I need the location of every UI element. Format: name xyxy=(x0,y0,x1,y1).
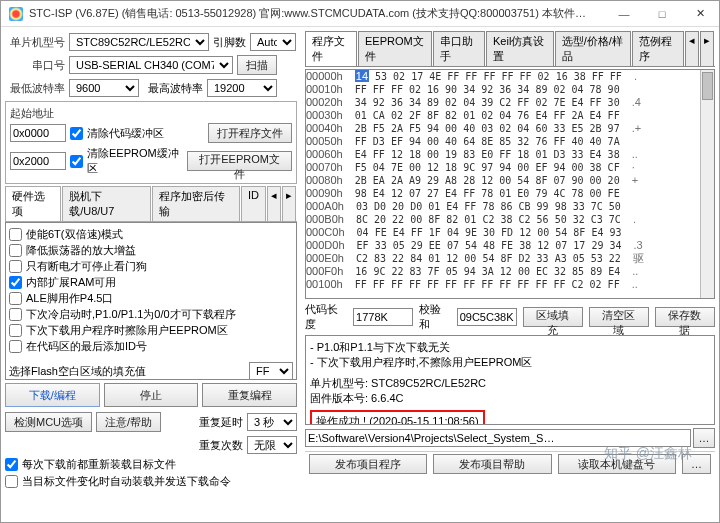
auto-send-checkbox[interactable]: 当目标文件变化时自动装载并发送下载命令 xyxy=(5,474,297,489)
save-data-button[interactable]: 保存数据 xyxy=(655,307,715,327)
path-input[interactable] xyxy=(305,429,691,447)
port-label: 串口号 xyxy=(5,58,65,73)
tabs-scroll-left[interactable]: ◂ xyxy=(267,186,281,221)
stop-button[interactable]: 停止 xyxy=(104,383,199,407)
hex-scrollbar[interactable] xyxy=(700,70,714,298)
fill-area-button[interactable]: 区域填充 xyxy=(523,307,583,327)
hw-options-tabs: 硬件选项 脱机下载/U8/U7 程序加密后传输 ID ◂ ▸ xyxy=(5,186,297,222)
tab-hw-options[interactable]: 硬件选项 xyxy=(5,186,61,221)
minimize-button[interactable]: — xyxy=(605,1,643,27)
tab-examples[interactable]: 范例程序 xyxy=(632,31,684,66)
clear-eeprom-checkbox[interactable]: 清除EEPROM缓冲区 xyxy=(70,146,183,176)
opt-xram[interactable]: 内部扩展RAM可用 xyxy=(9,275,293,290)
baud-hi-label: 最高波特率 xyxy=(143,81,203,96)
start-addr-group: 起始地址 清除代码缓冲区 打开程序文件 清除EEPROM缓冲区 打开EEPROM… xyxy=(5,101,297,184)
tab-uart[interactable]: 串口助手 xyxy=(433,31,485,66)
log-line-1: - P1.0和P1.1与下次下载无关 xyxy=(310,340,710,355)
tabs-scroll-right[interactable]: ▸ xyxy=(282,186,296,221)
publish-help-button[interactable]: 发布项目帮助 xyxy=(433,454,551,474)
log-line-4: 固件版本号: 6.6.4C xyxy=(310,391,710,406)
tab-scroll-left[interactable]: ◂ xyxy=(685,31,699,66)
open-code-button[interactable]: 打开程序文件 xyxy=(208,123,292,143)
count-label: 重复次数 xyxy=(199,438,243,453)
detect-mcu-button[interactable]: 检测MCU选项 xyxy=(5,412,92,432)
auto-reload-checkbox[interactable]: 每次下载前都重新装载目标文件 xyxy=(5,457,297,472)
hw-options-list: 使能6T(双倍速)模式 降低振荡器的放大增益 只有断电才可停止看门狗 内部扩展R… xyxy=(5,222,297,380)
tab-eeprom-file[interactable]: EEPROM文件 xyxy=(358,31,432,66)
opt-wdt[interactable]: 只有断电才可停止看门狗 xyxy=(9,259,293,274)
opt-ale[interactable]: ALE脚用作P4.5口 xyxy=(9,291,293,306)
tab-keil[interactable]: Keil仿真设置 xyxy=(486,31,554,66)
clear-area-button[interactable]: 清空区域 xyxy=(589,307,649,327)
opt-cold-boot[interactable]: 下次冷启动时,P1.0/P1.1为0/0才可下载程序 xyxy=(9,307,293,322)
window-title: STC-ISP (V6.87E) (销售电话: 0513-55012928) 官… xyxy=(29,6,605,21)
reprogram-button[interactable]: 重复编程 xyxy=(202,383,297,407)
opt-append-id[interactable]: 在代码区的最后添加ID号 xyxy=(9,339,293,354)
delay-select[interactable]: 3 秒 xyxy=(247,413,297,431)
log-output: - P1.0和P1.1与下次下载无关 - 下次下载用户程序时,不擦除用户EEPR… xyxy=(305,335,715,425)
more-button[interactable]: … xyxy=(682,454,711,474)
opt-6t[interactable]: 使能6T(双倍速)模式 xyxy=(9,227,293,242)
app-icon xyxy=(9,7,23,21)
baud-lo-label: 最低波特率 xyxy=(5,81,65,96)
close-button[interactable]: ✕ xyxy=(681,1,719,27)
eeprom-addr-input[interactable] xyxy=(10,152,66,170)
opt-gain[interactable]: 降低振荡器的放大增益 xyxy=(9,243,293,258)
right-panel: 程序文件 EEPROM文件 串口助手 Keil仿真设置 选型/价格/样品 范例程… xyxy=(301,27,719,522)
maximize-button[interactable]: □ xyxy=(643,1,681,27)
read-kbd-button[interactable]: 读取本机键盘号 xyxy=(558,454,676,474)
path-browse-button[interactable]: … xyxy=(693,428,715,448)
code-len-value[interactable] xyxy=(353,308,413,326)
checksum-label: 校验和 xyxy=(419,302,451,332)
clear-code-checkbox[interactable]: 清除代码缓冲区 xyxy=(70,126,164,141)
publish-prog-button[interactable]: 发布项目程序 xyxy=(309,454,427,474)
tab-program-file[interactable]: 程序文件 xyxy=(305,31,357,66)
mcu-select[interactable]: STC89C52RC/LE52RC xyxy=(69,33,209,51)
checksum-value[interactable] xyxy=(457,308,517,326)
tab-id[interactable]: ID xyxy=(241,186,266,221)
main-tabs: 程序文件 EEPROM文件 串口助手 Keil仿真设置 选型/价格/样品 范例程… xyxy=(305,31,715,67)
tab-offline-dl[interactable]: 脱机下载/U8/U7 xyxy=(62,186,151,221)
tab-encrypt[interactable]: 程序加密后传输 xyxy=(152,186,240,221)
count-select[interactable]: 无限 xyxy=(247,436,297,454)
download-button[interactable]: 下载/编程 xyxy=(5,383,100,407)
tab-scroll-right[interactable]: ▸ xyxy=(700,31,714,66)
log-line-2: - 下次下载用户程序时,不擦除用户EEPROM区 xyxy=(310,355,710,370)
help-button[interactable]: 注意/帮助 xyxy=(96,412,161,432)
bottom-bar: 发布项目程序 发布项目帮助 读取本机键盘号 … xyxy=(305,451,715,476)
left-panel: 单片机型号 STC89C52RC/LE52RC 引脚数 Auto 串口号 USB… xyxy=(1,27,301,522)
port-select[interactable]: USB-SERIAL CH340 (COM7) xyxy=(69,56,233,74)
code-len-label: 代码长度 xyxy=(305,302,347,332)
log-line-3: 单片机型号: STC89C52RC/LE52RC xyxy=(310,376,710,391)
pins-select[interactable]: Auto xyxy=(250,33,296,51)
tab-select[interactable]: 选型/价格/样品 xyxy=(555,31,631,66)
scan-button[interactable]: 扫描 xyxy=(237,55,277,75)
window-titlebar: STC-ISP (V6.87E) (销售电话: 0513-55012928) 官… xyxy=(1,1,719,27)
mcu-label: 单片机型号 xyxy=(5,35,65,50)
start-addr-title: 起始地址 xyxy=(10,106,292,121)
log-success: 操作成功 ! (2020-05-15 11:08:56) xyxy=(310,410,485,425)
fill-label: 选择Flash空白区域的填充值 xyxy=(9,364,146,379)
pins-label: 引脚数 xyxy=(213,35,246,50)
opt-erase-eeprom[interactable]: 下次下载用户程序时擦除用户EEPROM区 xyxy=(9,323,293,338)
open-eeprom-button[interactable]: 打开EEPROM文件 xyxy=(187,151,292,171)
hex-viewer[interactable]: 00000h 14 53 02 17 4E FF FF FF FF FF 02 … xyxy=(305,69,715,299)
code-addr-input[interactable] xyxy=(10,124,66,142)
fill-value-select[interactable]: FF xyxy=(249,362,293,380)
baud-hi-select[interactable]: 19200 xyxy=(207,79,277,97)
delay-label: 重复延时 xyxy=(199,415,243,430)
baud-lo-select[interactable]: 9600 xyxy=(69,79,139,97)
